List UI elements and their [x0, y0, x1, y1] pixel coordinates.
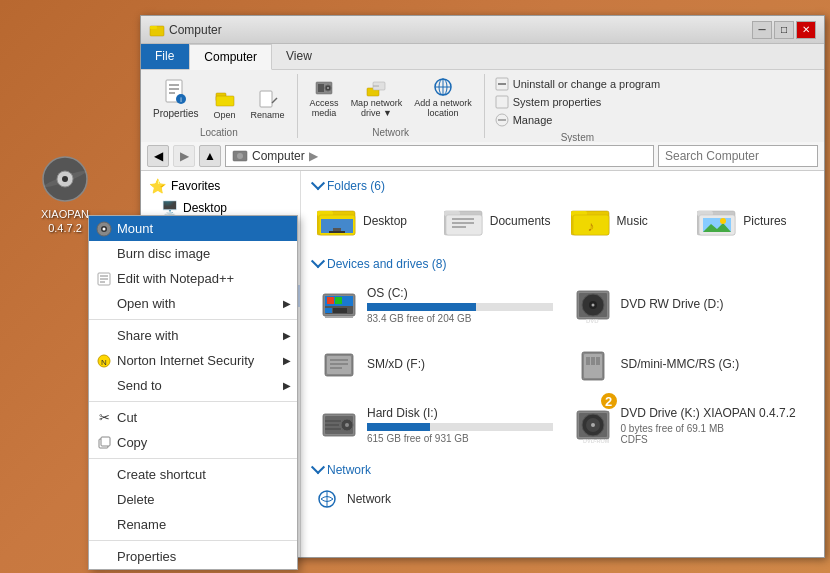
drive-f-name: SM/xD (F:) — [367, 357, 553, 371]
ctx-mount[interactable]: Mount — [89, 216, 297, 241]
window-controls: ─ □ ✕ — [752, 21, 816, 39]
svg-rect-5 — [150, 26, 157, 29]
folder-music[interactable]: ♪ Music — [567, 201, 686, 241]
system-properties-link[interactable]: System properties — [493, 94, 662, 110]
ctx-create-shortcut[interactable]: Create shortcut — [89, 462, 297, 487]
svg-rect-40 — [333, 228, 341, 231]
ribbon-btn-add-network[interactable]: Add a networklocation — [410, 74, 476, 120]
ctx-share-with[interactable]: Share with ▶ — [89, 323, 297, 348]
ctx-delete[interactable]: Delete — [89, 487, 297, 512]
drive-dvd-k[interactable]: DVD-ROM DVD Drive (K:) XIAOPAN 0.4.7.2 0… — [567, 399, 813, 451]
drives-section-header: Devices and drives (8) — [313, 257, 812, 271]
drive-d-name: DVD RW Drive (D:) — [621, 297, 807, 311]
ribbon-btn-open[interactable]: Open — [207, 86, 243, 122]
title-bar-left: Computer — [149, 22, 222, 38]
ctx-cut[interactable]: ✂ Cut — [89, 405, 297, 430]
ribbon-btn-properties[interactable]: i Properties — [149, 74, 203, 122]
svg-rect-46 — [452, 226, 466, 228]
drive-c-info: OS (C:) 83.4 GB free of 204 GB — [367, 286, 553, 324]
ctx-open-with[interactable]: Open with ▶ — [89, 291, 297, 316]
drive-sd-g[interactable]: SD/mini-MMC/RS (G:) — [567, 339, 813, 391]
open-icon — [214, 88, 236, 110]
uninstall-link[interactable]: Uninstall or change a program — [493, 76, 662, 92]
close-button[interactable]: ✕ — [796, 21, 816, 39]
folders-section-header: Folders (6) — [313, 179, 812, 193]
map-drive-label: Map networkdrive ▼ — [351, 98, 403, 118]
forward-button[interactable]: ▶ — [173, 145, 195, 167]
svg-rect-60 — [327, 297, 334, 304]
folder-documents-label: Documents — [490, 214, 551, 228]
tab-view[interactable]: View — [272, 44, 327, 69]
folders-grid: Desktop Documents — [313, 201, 812, 241]
svg-rect-86 — [325, 424, 339, 426]
folder-desktop[interactable]: Desktop — [313, 201, 432, 241]
mount-icon — [95, 220, 113, 238]
svg-rect-8 — [169, 88, 179, 90]
ctx-properties[interactable]: Properties — [89, 544, 297, 569]
drive-i-info: Hard Disk (I:) 615 GB free of 931 GB — [367, 406, 553, 444]
explorer-icon — [149, 22, 165, 38]
svg-rect-18 — [318, 84, 324, 92]
svg-rect-62 — [325, 308, 332, 313]
drive-f-info: SM/xD (F:) — [367, 357, 553, 374]
norton-arrow: ▶ — [283, 355, 291, 366]
share-with-arrow: ▶ — [283, 330, 291, 341]
drive-g-name: SD/mini-MMC/RS (G:) — [621, 357, 807, 371]
ctx-norton[interactable]: N Norton Internet Security ▶ — [89, 348, 297, 373]
search-input[interactable] — [658, 145, 818, 167]
map-drive-icon — [365, 76, 387, 98]
svg-line-15 — [272, 98, 277, 103]
ctx-send-to[interactable]: Send to ▶ — [89, 373, 297, 398]
svg-rect-78 — [586, 357, 590, 365]
badge-2: 2 — [599, 391, 619, 411]
drive-c-name: OS (C:) — [367, 286, 553, 300]
minimize-button[interactable]: ─ — [752, 21, 772, 39]
svg-rect-75 — [330, 367, 342, 369]
add-network-label: Add a networklocation — [414, 98, 472, 118]
svg-rect-63 — [333, 308, 347, 313]
drive-sm-f[interactable]: SM/xD (F:) — [313, 339, 559, 391]
network-item[interactable]: Network — [313, 485, 812, 513]
copy-icon — [95, 434, 113, 452]
svg-text:♪: ♪ — [587, 218, 594, 234]
svg-rect-80 — [596, 357, 600, 365]
nav-favorites[interactable]: ⭐ Favorites — [141, 175, 300, 197]
folder-pictures[interactable]: Pictures — [693, 201, 812, 241]
tab-computer[interactable]: Computer — [189, 44, 272, 70]
folder-pictures-label: Pictures — [743, 214, 786, 228]
drive-hdd-i[interactable]: Hard Disk (I:) 615 GB free of 931 GB — [313, 399, 559, 451]
ribbon-btn-map-drive[interactable]: Map networkdrive ▼ — [347, 74, 407, 120]
svg-point-56 — [720, 218, 726, 224]
svg-rect-87 — [325, 428, 341, 430]
back-button[interactable]: ◀ — [147, 145, 169, 167]
drive-d-icon: DVD — [573, 285, 613, 325]
folder-documents[interactable]: Documents — [440, 201, 559, 241]
svg-point-34 — [237, 153, 243, 159]
ctx-sep-2 — [89, 401, 297, 402]
ctx-sep-1 — [89, 319, 297, 320]
ctx-burn-disc[interactable]: Burn disc image — [89, 241, 297, 266]
svg-text:N: N — [101, 357, 107, 366]
drive-os-c[interactable]: OS (C:) 83.4 GB free of 204 GB — [313, 279, 559, 331]
rename-icon — [257, 88, 279, 110]
manage-link[interactable]: Manage — [493, 112, 662, 128]
ctx-rename[interactable]: Rename — [89, 512, 297, 537]
svg-rect-30 — [496, 96, 508, 108]
svg-rect-74 — [330, 363, 348, 365]
context-menu: Mount Burn disc image Edit with Notepad+… — [88, 215, 298, 570]
ribbon-btn-access-media[interactable]: Accessmedia — [306, 74, 343, 120]
ribbon-btn-rename[interactable]: Rename — [247, 86, 289, 122]
svg-point-69 — [591, 304, 594, 307]
ribbon-group-location: i Properties Open — [149, 74, 298, 138]
svg-rect-9 — [169, 92, 175, 94]
send-to-arrow: ▶ — [283, 380, 291, 391]
ctx-edit-notepad[interactable]: Edit with Notepad++ — [89, 266, 297, 291]
svg-rect-64 — [325, 316, 353, 318]
maximize-button[interactable]: □ — [774, 21, 794, 39]
address-path[interactable]: Computer ▶ — [225, 145, 654, 167]
ctx-copy[interactable]: Copy — [89, 430, 297, 455]
up-button[interactable]: ▲ — [199, 145, 221, 167]
tab-file[interactable]: File — [141, 44, 189, 69]
svg-point-98 — [103, 227, 106, 230]
drive-dvd-d[interactable]: DVD DVD RW Drive (D:) — [567, 279, 813, 331]
